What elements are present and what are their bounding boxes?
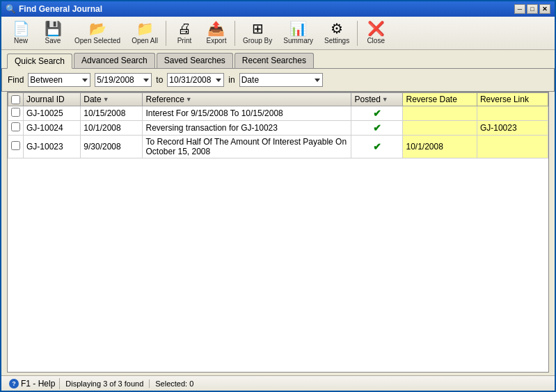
row-2-checkbox-cell [8, 136, 24, 158]
row-2-reference: To Record Half Of The Amount Of Interest… [143, 136, 351, 158]
th-date-label: Date [84, 95, 101, 104]
print-label: Print [177, 37, 192, 44]
row-1-checkbox[interactable] [11, 122, 20, 131]
row-1-date: 10/1/2008 [81, 121, 143, 136]
tab-saved-searches[interactable]: Saved Searches [157, 53, 233, 68]
toolbar: 📄 New 💾 Save 📂 Open Selected 📁 Open All … [1, 17, 555, 50]
results-table: Journal ID Date ▼ Reference ▼ [8, 92, 548, 158]
window-icon: 🔍 [6, 4, 16, 14]
export-label: Export [207, 37, 227, 44]
th-posted[interactable]: Posted ▼ [351, 93, 403, 106]
selected-count: Selected: 0 [150, 379, 199, 388]
th-reference-label: Reference [145, 95, 184, 104]
row-1-reference: Reversing transaction for GJ-10023 [143, 121, 351, 136]
close-button[interactable]: ❌ Close [360, 19, 391, 47]
row-2-journal-id: GJ-10023 [24, 136, 81, 158]
date-filter-icon: ▼ [103, 96, 109, 103]
status-bar: ? F1 - Help Displaying 3 of 3 found Sele… [1, 375, 555, 391]
row-2-checkbox[interactable] [11, 141, 20, 150]
row-2-posted: ✔ [351, 136, 403, 158]
th-reverse-link-label: Reverse Link [480, 95, 529, 104]
help-icon: ? [9, 379, 19, 389]
th-date[interactable]: Date ▼ [81, 93, 143, 106]
row-1-reverse-date [403, 121, 477, 136]
search-panel: Find Between Equal To Less Than Greater … [1, 68, 555, 92]
between-select[interactable]: Between Equal To Less Than Greater Than [28, 73, 90, 87]
settings-icon: ⚙ [331, 22, 343, 35]
save-icon: 💾 [45, 22, 62, 35]
table-row[interactable]: GJ-1002410/1/2008Reversing transaction f… [8, 121, 548, 136]
th-checkbox[interactable] [8, 93, 24, 106]
window-title: Find General Journal [19, 4, 102, 14]
print-icon: 🖨 [177, 22, 191, 35]
reference-filter-icon: ▼ [186, 96, 192, 103]
row-0-posted-check-icon: ✔ [373, 108, 381, 119]
open-all-button[interactable]: 📁 Open All [127, 19, 163, 47]
open-selected-label: Open Selected [74, 37, 120, 44]
tab-quick-search[interactable]: Quick Search [7, 54, 72, 69]
select-all-checkbox[interactable] [11, 95, 20, 104]
export-icon: 📤 [207, 22, 225, 35]
row-2-posted-check-icon: ✔ [373, 141, 381, 152]
posted-filter-icon: ▼ [382, 96, 388, 103]
group-by-icon: ⊞ [252, 22, 264, 35]
th-journal-id[interactable]: Journal ID [24, 93, 81, 106]
new-button[interactable]: 📄 New [6, 19, 36, 47]
group-by-button[interactable]: ⊞ Group By [238, 19, 277, 47]
in-label: in [228, 75, 235, 85]
close-window-button[interactable]: ✕ [539, 4, 550, 14]
row-2-reverse-date: 10/1/2008 [403, 136, 477, 158]
row-1-reverse-link: GJ-10023 [477, 121, 548, 136]
row-2-date: 9/30/2008 [81, 136, 143, 158]
results-table-container: Journal ID Date ▼ Reference ▼ [7, 92, 549, 373]
toolbar-divider-2 [235, 21, 235, 46]
th-reverse-date-label: Reverse Date [406, 95, 456, 104]
displaying-count: Displaying 3 of 3 found [60, 379, 150, 388]
settings-button[interactable]: ⚙ Settings [319, 19, 354, 47]
find-label: Find [8, 75, 24, 85]
main-window: 🔍 Find General Journal ─ □ ✕ 📄 New 💾 Sav… [0, 0, 556, 392]
export-button[interactable]: 📤 Export [201, 19, 232, 47]
row-0-reverse-date [403, 106, 477, 121]
tab-advanced-search[interactable]: Advanced Search [74, 53, 155, 68]
table-row[interactable]: GJ-1002510/15/2008Interest For 9/15/2008… [8, 106, 548, 121]
minimize-button[interactable]: ─ [514, 4, 525, 14]
date-to-input[interactable]: 10/31/2008 [167, 73, 224, 87]
save-button[interactable]: 💾 Save [38, 19, 68, 47]
row-0-checkbox[interactable] [11, 108, 20, 117]
group-by-label: Group By [243, 37, 272, 44]
open-all-icon: 📁 [136, 22, 154, 35]
close-label: Close [367, 37, 385, 44]
row-0-posted: ✔ [351, 106, 403, 121]
row-1-checkbox-cell [8, 121, 24, 136]
new-label: New [14, 37, 28, 44]
help-link[interactable]: ? F1 - Help [7, 378, 60, 389]
in-field-select[interactable]: Date Journal ID Reference Posted [239, 73, 323, 87]
row-1-posted: ✔ [351, 121, 403, 136]
summary-label: Summary [283, 37, 313, 44]
th-reverse-date[interactable]: Reverse Date [403, 93, 477, 106]
th-reference[interactable]: Reference ▼ [143, 93, 351, 106]
settings-label: Settings [324, 37, 349, 44]
new-icon: 📄 [13, 22, 30, 35]
maximize-button[interactable]: □ [527, 4, 538, 14]
th-journal-id-label: Journal ID [26, 95, 65, 104]
to-label: to [156, 75, 163, 85]
row-0-reverse-link [477, 106, 548, 121]
table-row[interactable]: GJ-100239/30/2008To Record Half Of The A… [8, 136, 548, 158]
open-all-label: Open All [132, 37, 158, 44]
help-label: F1 - Help [21, 379, 55, 389]
row-0-checkbox-cell [8, 106, 24, 121]
date-from-input[interactable]: 5/19/2008 [95, 73, 152, 87]
toolbar-divider-1 [166, 21, 166, 46]
open-selected-icon: 📂 [89, 22, 106, 35]
summary-button[interactable]: 📊 Summary [278, 19, 318, 47]
toolbar-divider-3 [357, 21, 358, 46]
row-1-posted-check-icon: ✔ [373, 122, 381, 133]
close-icon: ❌ [367, 22, 385, 35]
print-button[interactable]: 🖨 Print [169, 19, 200, 47]
th-reverse-link[interactable]: Reverse Link [477, 93, 548, 106]
open-selected-button[interactable]: 📂 Open Selected [70, 19, 125, 47]
tab-recent-searches[interactable]: Recent Searches [235, 53, 314, 68]
title-bar: 🔍 Find General Journal ─ □ ✕ [1, 1, 555, 17]
